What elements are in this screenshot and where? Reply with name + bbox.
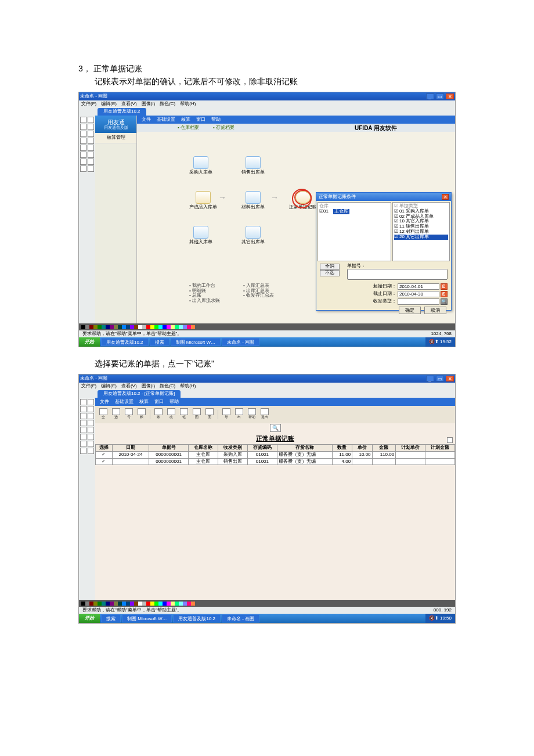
system-tray[interactable]: 🔇⬆ 19:50 — [425, 614, 455, 623]
toolbar-button[interactable]: 号 — [124, 408, 134, 421]
palette-swatch[interactable] — [93, 325, 98, 329]
close-button[interactable]: ✕ — [446, 376, 454, 381]
tool-icon[interactable] — [80, 145, 86, 151]
submenu-item[interactable]: 帮助 — [211, 117, 221, 123]
submenu-item[interactable]: 文件 — [142, 117, 151, 123]
submenu-item[interactable]: 窗口 — [196, 117, 205, 123]
menu-item[interactable]: 帮助(H) — [180, 384, 196, 389]
tool-icon[interactable] — [80, 131, 86, 137]
tool-icon[interactable] — [88, 399, 94, 405]
start-button[interactable]: 开始 — [79, 337, 100, 347]
submenu-item[interactable]: 窗口 — [154, 399, 164, 405]
palette-swatch[interactable] — [154, 602, 158, 606]
menu-item[interactable]: 文件(F) — [81, 384, 96, 389]
palette-swatch[interactable] — [106, 325, 110, 329]
palette-swatch[interactable] — [150, 602, 154, 606]
submenu-item[interactable]: 基础设置 — [115, 399, 134, 405]
taskbar-item[interactable]: 未命名 - 画图 — [222, 614, 259, 622]
menu-item[interactable]: 图像(I) — [142, 102, 156, 107]
palette-swatch[interactable] — [130, 325, 134, 329]
palette-swatch[interactable] — [98, 325, 102, 329]
menu-item[interactable]: 颜色(C) — [160, 384, 175, 389]
palette-swatch[interactable] — [191, 602, 195, 606]
palette-swatch[interactable] — [93, 602, 98, 606]
submenu-item[interactable]: 帮助 — [169, 399, 179, 405]
palette-swatch[interactable] — [110, 602, 114, 606]
column-header[interactable]: 存货名称 — [277, 444, 332, 451]
data-grid[interactable]: 选择日期单据号仓库名称收发类别存货编码存货名称数量单价金额计划单价计划金额✓20… — [95, 444, 455, 465]
node-purchase-in[interactable]: 采购入库单 — [189, 156, 212, 175]
color-palette[interactable] — [79, 600, 455, 607]
tool-icon[interactable] — [80, 152, 86, 158]
node-product-in[interactable]: 产成品入库单 — [189, 191, 217, 210]
tool-icon[interactable] — [88, 165, 94, 172]
column-header[interactable]: 收发类别 — [218, 444, 248, 451]
palette-swatch[interactable] — [81, 325, 85, 329]
menu-item[interactable]: 查看(V) — [121, 384, 137, 389]
palette-swatch[interactable] — [138, 325, 142, 329]
tool-icon[interactable] — [80, 138, 86, 144]
tool-icon[interactable] — [80, 427, 86, 433]
ok-button[interactable]: 确定 — [399, 307, 421, 314]
toolbar-button[interactable]: 帮助 — [247, 408, 257, 421]
taskbar-item[interactable]: 未命名 - 画图 — [222, 338, 259, 346]
palette-swatch[interactable] — [183, 325, 187, 329]
submenu-item[interactable]: 核算 — [139, 399, 149, 405]
tool-icon[interactable] — [88, 441, 94, 447]
toolbar-button[interactable]: 账 — [154, 408, 163, 421]
node-normal-booking[interactable]: 正常单据记账 — [289, 191, 317, 210]
palette-swatch[interactable] — [102, 325, 106, 329]
toolbar-button[interactable]: 改 — [167, 408, 176, 421]
taskbar-item[interactable]: 用友通普及版10.2 — [101, 338, 149, 346]
type-row-selected[interactable]: 20 其它出库单 — [394, 235, 448, 240]
calendar-icon[interactable]: 🗓 — [441, 283, 448, 290]
dialog-close-button[interactable]: ✕ — [442, 194, 449, 200]
minimize-button[interactable]: _ — [426, 93, 434, 99]
tool-icon[interactable] — [80, 165, 86, 172]
palette-swatch[interactable] — [167, 602, 171, 606]
submenu-item[interactable]: 基础设置 — [157, 117, 175, 123]
tool-icon[interactable] — [88, 152, 94, 158]
tool-icon[interactable] — [88, 427, 94, 433]
toolbar-button[interactable]: 全 — [99, 408, 108, 421]
toolbar-button[interactable]: 导 — [222, 408, 231, 421]
palette-swatch[interactable] — [98, 602, 102, 606]
palette-swatch[interactable] — [81, 602, 85, 606]
column-header[interactable]: 计划金额 — [425, 444, 455, 451]
palette-swatch[interactable] — [142, 602, 146, 606]
palette-swatch[interactable] — [118, 602, 122, 606]
tool-icon[interactable] — [88, 406, 94, 412]
cancel-button[interactable]: 取消 — [424, 307, 446, 314]
palette-swatch[interactable] — [89, 325, 93, 329]
toolbar-button[interactable]: 笔 — [179, 408, 189, 421]
palette-swatch[interactable] — [106, 602, 110, 606]
palette-swatch[interactable] — [179, 325, 183, 329]
minimize-button[interactable]: _ — [426, 376, 434, 381]
column-header[interactable]: 日期 — [112, 444, 149, 451]
tool-icon[interactable] — [80, 434, 86, 440]
palette-swatch[interactable] — [183, 602, 187, 606]
palette-swatch[interactable] — [163, 602, 167, 606]
menu-item[interactable]: 颜色(C) — [160, 102, 175, 107]
ctype-input[interactable] — [398, 298, 439, 305]
tool-icon[interactable] — [88, 124, 94, 130]
palette-swatch[interactable] — [85, 602, 89, 606]
palette-swatch[interactable] — [118, 325, 122, 329]
menu-item[interactable]: 编辑(E) — [101, 102, 117, 107]
toolbar-button[interactable]: 出 — [234, 408, 244, 421]
tool-icon[interactable] — [80, 159, 86, 165]
tool-icon[interactable] — [88, 420, 94, 426]
toolbar-button[interactable]: 图 — [192, 408, 201, 421]
toolbar-link[interactable]: • 存货档案 — [213, 125, 234, 131]
tool-icon[interactable] — [80, 117, 86, 123]
toolbar-button[interactable]: 退出 — [260, 408, 269, 421]
menu-item[interactable]: 帮助(H) — [180, 102, 196, 107]
maximize-button[interactable]: ▭ — [436, 93, 444, 99]
taskbar-item[interactable]: 搜索 — [101, 614, 121, 622]
tool-icon[interactable] — [80, 124, 86, 130]
palette-swatch[interactable] — [114, 602, 118, 606]
palette-swatch[interactable] — [171, 325, 175, 329]
toolbar-link[interactable]: • 仓库档案 — [178, 125, 199, 131]
quick-link[interactable]: 出入库流水账 — [189, 298, 220, 304]
calendar-icon[interactable]: 🗓 — [441, 291, 448, 297]
